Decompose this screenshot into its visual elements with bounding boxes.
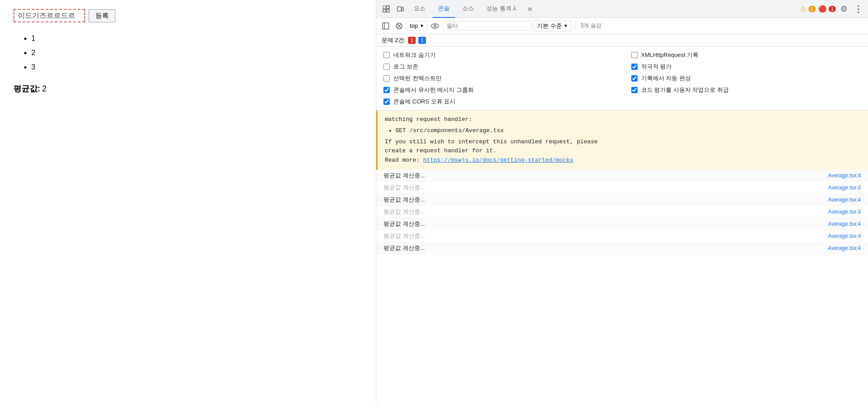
eye-icon[interactable] [429, 20, 441, 32]
warning-line2: If you still wish to intercept this unha… [385, 138, 861, 147]
svg-rect-5 [402, 8, 404, 11]
average-label: 평균값: [13, 84, 40, 93]
inspect-element-icon[interactable] [380, 3, 392, 15]
svg-rect-0 [383, 6, 386, 9]
setting-xhr-log: XMLHttpRequest 기록 [631, 51, 861, 59]
group-similar-checkbox[interactable] [383, 87, 390, 93]
warning-line1: matching request handler: [385, 115, 861, 125]
tab-performance[interactable]: 성능 통계 ⅄ [481, 0, 522, 18]
filter-input[interactable] [443, 21, 532, 30]
user-activation-checkbox[interactable] [631, 87, 638, 93]
text-input[interactable] [13, 9, 85, 22]
xhr-log-label: XMLHttpRequest 기록 [641, 51, 699, 59]
device-toggle-icon[interactable] [394, 3, 407, 15]
settings-icon[interactable]: ⚙ [838, 3, 850, 15]
log-row: 평균값 계산중... Average.tsx:4 [376, 242, 868, 254]
log-row: 평균값 계산중... Average.tsx:4 [376, 194, 868, 206]
average-display: 평균값: 2 [13, 83, 362, 94]
warning-read-more: Read more: https://mswjs.io/docs/getting… [385, 156, 861, 165]
log-source[interactable]: Average.tsx:4 [828, 185, 861, 191]
issues-error-badge: 1 [408, 37, 416, 44]
log-text: 평균값 계산중... [383, 208, 425, 216]
issues-bar: 문제 2건: 1 1 [376, 34, 868, 47]
log-text: 평균값 계산중... [383, 220, 425, 228]
input-row: 등록 [13, 9, 362, 22]
error-badge: 1 [829, 6, 836, 12]
preserve-log-label: 로그 보존 [393, 63, 418, 71]
group-similar-label: 콘솔에서 유사한 메시지 그룹화 [393, 86, 474, 94]
hide-network-label: 네트워크 숨기기 [393, 51, 436, 59]
sidebar-toggle-icon[interactable] [380, 20, 391, 32]
eager-eval-checkbox[interactable] [631, 64, 638, 70]
autocomplete-label: 기록에서 자동 완성 [641, 74, 691, 82]
log-source[interactable]: Average.tsx:4 [828, 197, 861, 203]
list-item: 1 [31, 31, 362, 46]
setting-group-similar: 콘솔에서 유사한 메시지 그룹화 [383, 86, 613, 94]
setting-preserve-log: 로그 보존 [383, 63, 613, 71]
setting-cors-errors: 콘솔에 CORS 오류 표시 [383, 98, 613, 106]
more-options-icon[interactable]: ⋮ [852, 3, 864, 15]
selected-context-checkbox[interactable] [383, 75, 390, 82]
warning-count-area: ⚠ 5 🔴 1 [800, 5, 836, 13]
log-row: 평균값 계산중... Average.tsx:4 [376, 182, 868, 194]
list-area: 1 2 3 [22, 31, 362, 74]
msw-link[interactable]: https://mswjs.io/docs/getting-started/mo… [423, 157, 573, 163]
setting-autocomplete: 기록에서 자동 완성 [631, 74, 861, 82]
level-dropdown-icon: ▼ [564, 23, 568, 28]
context-selector[interactable]: top ▼ [407, 21, 427, 30]
log-text: 평균값 계산중... [383, 232, 425, 240]
user-activation-label: 코드 평가를 사용자 작업으로 취급 [641, 86, 729, 94]
svg-rect-2 [383, 9, 386, 12]
log-row: 평균값 계산중... Average.tsx:4 [376, 230, 868, 242]
log-source[interactable]: Average.tsx:4 [828, 221, 861, 227]
cors-errors-label: 콘솔에 CORS 오류 표시 [393, 98, 455, 106]
tab-console[interactable]: 콘솔 [433, 0, 455, 18]
log-row: 평균값 계산중... Average.tsx:4 [376, 206, 868, 218]
selected-context-label: 선택된 컨텍스트만 [393, 74, 442, 82]
setting-hide-network: 네트워크 숨기기 [383, 51, 613, 59]
issues-label: 문제 2건: [382, 36, 405, 44]
preserve-log-checkbox[interactable] [383, 64, 390, 70]
warning-line3: create a request handler for it. [385, 146, 861, 156]
log-text: 평균값 계산중... [383, 172, 425, 180]
number-list: 1 2 3 [22, 31, 362, 74]
tab-sources[interactable]: 소스 [457, 0, 479, 18]
log-source[interactable]: Average.tsx:4 [828, 245, 861, 251]
warning-block: matching request handler: GET /src/compo… [376, 111, 868, 170]
xhr-log-checkbox[interactable] [631, 52, 638, 58]
svg-rect-6 [383, 23, 389, 29]
eager-eval-label: 적극적 평가 [641, 63, 672, 71]
setting-user-activation: 코드 평가를 사용자 작업으로 취급 [631, 86, 861, 94]
list-item: 3 [31, 60, 362, 74]
svg-rect-4 [397, 7, 401, 11]
log-source[interactable]: Average.tsx:4 [828, 233, 861, 239]
more-tabs-icon[interactable]: » [523, 3, 536, 15]
log-source[interactable]: Average.tsx:4 [828, 209, 861, 215]
log-text: 평균값 계산중... [383, 184, 425, 192]
warning-badge: 5 [808, 6, 816, 12]
svg-rect-1 [387, 6, 389, 9]
autocomplete-checkbox[interactable] [631, 75, 638, 82]
log-row: 평균값 계산중... Average.tsx:4 [376, 218, 868, 230]
log-source[interactable]: Average.tsx:4 [828, 172, 861, 179]
cors-errors-checkbox[interactable] [383, 99, 390, 105]
warning-bullet: GET /src/components/Average.tsx [396, 126, 861, 136]
log-row: 평균값 계산중... Average.tsx:4 [376, 170, 868, 182]
hide-network-checkbox[interactable] [383, 52, 390, 58]
issues-info-badge: 1 [418, 37, 426, 44]
devtools-panel: 요소 콘솔 소스 성능 통계 ⅄ » ⚠ 5 🔴 1 ⚙ ⋮ [376, 0, 868, 404]
setting-eager-eval: 적극적 평가 [631, 63, 861, 71]
clear-console-icon[interactable] [393, 20, 405, 32]
devtools-toolbar: top ▼ 기본 수준 ▼ 3개 숨김 [376, 18, 868, 34]
svg-rect-3 [387, 9, 389, 12]
setting-selected-context: 선택된 컨텍스트만 [383, 74, 613, 82]
level-label: 기본 수준 [537, 22, 562, 30]
level-selector[interactable]: 기본 수준 ▼ [534, 21, 571, 31]
svg-point-11 [431, 24, 438, 28]
log-text: 평균값 계산중... [383, 244, 425, 252]
tab-elements[interactable]: 요소 [408, 0, 431, 18]
list-item: 2 [31, 46, 362, 60]
register-button[interactable]: 등록 [89, 9, 115, 22]
devtools-topbar: 요소 콘솔 소스 성능 통계 ⅄ » ⚠ 5 🔴 1 ⚙ ⋮ [376, 0, 868, 18]
console-log-area[interactable]: matching request handler: GET /src/compo… [376, 111, 868, 404]
